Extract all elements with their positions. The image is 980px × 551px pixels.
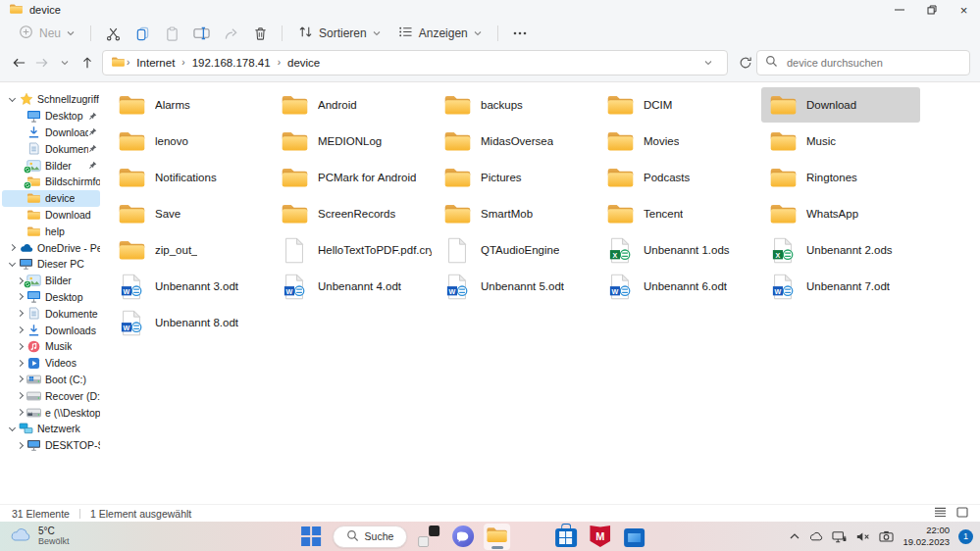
sidebar-item-musik[interactable]: Musik — [2, 338, 100, 355]
share-button[interactable] — [216, 22, 245, 45]
file-tile-podcasts[interactable]: Podcasts — [598, 160, 757, 195]
up-button[interactable] — [76, 51, 98, 75]
taskbar-app-chat-button[interactable] — [449, 524, 476, 550]
address-bar[interactable]: ›Internet›192.168.178.41›device — [102, 50, 728, 75]
file-tile-tencent[interactable]: Tencent — [598, 196, 757, 231]
file-tile-smartmob[interactable]: SmartMob — [436, 196, 594, 231]
file-tile-android[interactable]: Android — [273, 87, 432, 123]
sidebar-item-onedrive-personal[interactable]: OneDrive - Personal — [2, 239, 100, 256]
file-tile-unbenannt-5-odt[interactable]: WUnbenannt 5.odt — [436, 269, 594, 304]
taskbar-app-firefox-button[interactable] — [655, 524, 682, 550]
sidebar-item-recover-d[interactable]: Recover (D:) — [2, 387, 100, 404]
file-tile-pcmark-for-android[interactable]: PCMark for Android — [273, 160, 432, 195]
file-tile-screenrecords[interactable]: ScreenRecords — [273, 196, 432, 231]
file-tile-unbenannt-2-ods[interactable]: XUnbenannt 2.ods — [761, 232, 920, 268]
volume-muted-icon[interactable] — [855, 531, 870, 542]
sidebar-item-desktop[interactable]: Desktop — [2, 108, 100, 125]
sort-button[interactable]: Sortieren — [289, 22, 389, 45]
breadcrumb-item-internet[interactable]: Internet — [130, 57, 181, 69]
file-tile-unbenannt-4-odt[interactable]: WUnbenannt 4.odt — [273, 269, 432, 304]
chevron-right-icon[interactable] — [14, 311, 26, 316]
chevron-right-icon[interactable] — [14, 327, 26, 332]
more-options-button[interactable] — [505, 22, 535, 45]
weather-widget[interactable]: 5°C Bewölkt — [10, 522, 70, 551]
sidebar-item-e-desktop-s69l9a[interactable]: e (\\Desktop-s69l9a — [2, 404, 100, 421]
forward-button[interactable] — [30, 51, 53, 75]
file-tile-pictures[interactable]: Pictures — [436, 160, 594, 195]
file-tile-unbenannt-3-odt[interactable]: WUnbenannt 3.odt — [110, 269, 269, 304]
rename-button[interactable] — [186, 22, 216, 45]
taskbar-app-pcapp-button[interactable] — [621, 524, 647, 550]
delete-button[interactable] — [245, 22, 275, 45]
file-tile-lenovo[interactable]: lenovo — [110, 124, 269, 159]
taskbar-clock[interactable]: 22:00 19.02.2023 — [903, 525, 950, 549]
chevron-right-icon[interactable] — [14, 361, 26, 366]
restore-button[interactable] — [915, 0, 948, 20]
details-view-icon[interactable] — [934, 507, 947, 520]
taskbar-app-explorer-button[interactable] — [484, 524, 510, 550]
network-display-icon[interactable] — [832, 530, 847, 543]
new-button[interactable]: Neu — [10, 22, 83, 45]
chevron-up-icon[interactable] — [790, 533, 799, 539]
chevron-down-icon[interactable] — [6, 427, 18, 430]
sidebar-item-help[interactable]: help — [2, 223, 100, 239]
icons-view-icon[interactable] — [956, 507, 968, 520]
breadcrumb-item-device[interactable]: device — [282, 57, 326, 69]
file-tile-midasoversea[interactable]: MidasOversea — [436, 124, 594, 159]
sidebar-item-device[interactable]: device — [2, 190, 100, 207]
taskbar-app-taskview-button[interactable] — [415, 524, 441, 550]
file-tile-backups[interactable]: backups — [436, 87, 594, 123]
file-tile-unbenannt-7-odt[interactable]: WUnbenannt 7.odt — [761, 269, 920, 304]
taskbar-app-store-button[interactable] — [552, 524, 579, 550]
sidebar-item-dieser-pc[interactable]: Dieser PC — [2, 256, 100, 273]
cut-button[interactable] — [98, 22, 128, 45]
taskbar-app-edge-button[interactable] — [518, 524, 544, 550]
taskbar-search[interactable]: Suche — [333, 526, 408, 548]
search-box[interactable] — [756, 50, 970, 75]
sidebar-item-desktop-s69l9av[interactable]: DESKTOP-S69L9AV — [2, 437, 100, 454]
file-tile-unbenannt-8-odt[interactable]: WUnbenannt 8.odt — [110, 305, 269, 340]
view-button[interactable]: Anzeigen — [389, 22, 490, 45]
chevron-right-icon[interactable] — [14, 376, 26, 381]
file-tile-ringtones[interactable]: Ringtones — [761, 160, 920, 195]
file-tile-hellotexttopdf-pdf-crypted[interactable]: HelloTextToPDF.pdf.crypted — [273, 232, 432, 268]
minimize-button[interactable] — [883, 0, 915, 20]
file-tile-zip-out[interactable]: zip_out_ — [110, 232, 269, 268]
sidebar-item-netzwerk[interactable]: Netzwerk — [2, 421, 100, 437]
chevron-right-icon[interactable] — [14, 443, 26, 448]
file-tile-movies[interactable]: Movies — [598, 124, 757, 159]
sidebar-item-dokumente[interactable]: Dokumente — [2, 305, 100, 322]
file-tile-notifications[interactable]: Notifications — [110, 160, 269, 195]
file-tile-dcim[interactable]: DCIM — [598, 87, 757, 123]
sidebar-item-desktop[interactable]: Desktop — [2, 289, 100, 306]
sidebar-item-downloads[interactable]: Downloads — [2, 125, 100, 141]
file-tile-qtaudioengine[interactable]: QTAudioEngine — [436, 232, 594, 268]
address-dropdown-button[interactable] — [696, 51, 719, 75]
sidebar-item-downloads[interactable]: Downloads — [2, 322, 100, 338]
sidebar-item-bilder[interactable]: Bilder — [2, 157, 100, 174]
chevron-right-icon[interactable] — [6, 245, 18, 250]
chevron-down-icon[interactable] — [6, 263, 18, 266]
sidebar-item-bildschirmfotos[interactable]: Bildschirmfotos — [2, 174, 100, 190]
notification-badge[interactable]: 1 — [958, 529, 973, 544]
camera-icon[interactable] — [879, 530, 894, 542]
sidebar-item-download[interactable]: Download — [2, 207, 100, 224]
file-tile-alarms[interactable]: Alarms — [110, 87, 269, 123]
file-tile-whatsapp[interactable]: WhatsApp — [761, 196, 920, 231]
sidebar-item-dokumente[interactable]: Dokumente — [2, 140, 100, 157]
file-tile-download[interactable]: Download — [761, 87, 920, 123]
close-button[interactable]: × — [948, 0, 980, 20]
refresh-button[interactable] — [734, 51, 756, 75]
file-tile-medionlog[interactable]: MEDIONLog — [273, 124, 432, 159]
copy-button[interactable] — [128, 22, 157, 45]
chevron-right-icon[interactable] — [14, 294, 26, 299]
search-input[interactable] — [785, 56, 961, 70]
sidebar-item-boot-c[interactable]: Boot (C:) — [2, 372, 100, 388]
file-tile-save[interactable]: Save — [110, 196, 269, 231]
taskbar-app-mcafee-button[interactable]: M — [587, 524, 613, 550]
back-button[interactable] — [8, 51, 30, 75]
file-tile-music[interactable]: Music — [761, 124, 920, 159]
sidebar-item-schnellzugriff[interactable]: Schnellzugriff — [2, 91, 100, 108]
sidebar-item-videos[interactable]: Videos — [2, 355, 100, 372]
chevron-right-icon[interactable] — [14, 344, 26, 349]
